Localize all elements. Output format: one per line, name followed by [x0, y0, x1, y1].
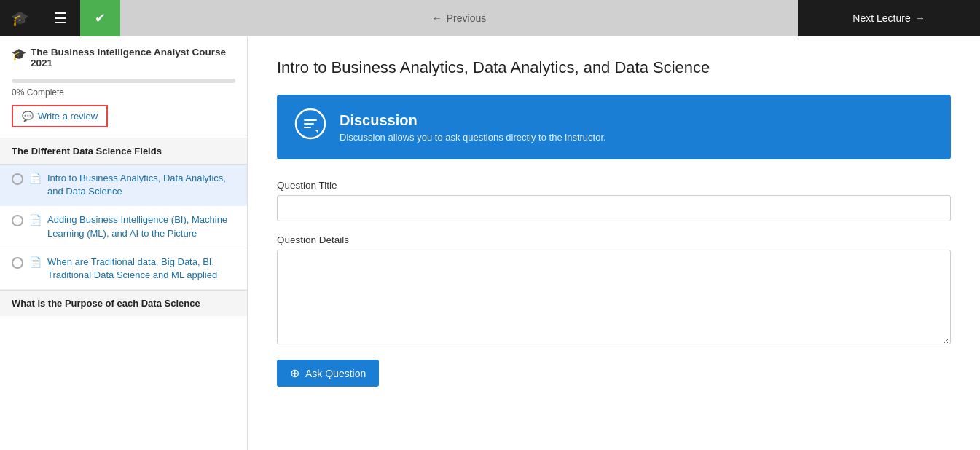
question-details-group: Question Details: [277, 234, 951, 347]
menu-icon: ☰: [54, 9, 67, 27]
previous-label: Previous: [447, 12, 486, 24]
page-title: Intro to Business Analytics, Data Analyt…: [277, 58, 951, 77]
main-layout: 🎓 The Business Intelligence Analyst Cour…: [0, 36, 980, 450]
discussion-banner: Discussion Discussion allows you to ask …: [277, 95, 951, 159]
doc-icon: 📄: [29, 173, 42, 184]
lesson-circle: [12, 257, 23, 269]
course-title: 🎓 The Business Intelligence Analyst Cour…: [0, 36, 247, 76]
cap-icon: 🎓: [12, 47, 26, 61]
lesson-item[interactable]: 📄 When are Traditional data, Big Data, B…: [0, 248, 247, 290]
previous-button[interactable]: ← Previous: [120, 0, 798, 36]
question-details-label: Question Details: [277, 234, 951, 245]
graduation-icon: 🎓: [11, 9, 29, 27]
section-1-header: The Different Data Science Fields: [0, 138, 247, 165]
question-title-group: Question Title: [277, 180, 951, 221]
lesson-circle: [12, 215, 23, 226]
lesson-item[interactable]: 📄 Adding Business Intelligence (BI), Mac…: [0, 206, 247, 248]
progress-text: 0% Complete: [0, 87, 247, 105]
progress-bar: [12, 79, 235, 83]
next-label: Next Lecture: [852, 12, 910, 24]
ask-button-icon: ⊕: [290, 366, 299, 380]
question-title-input[interactable]: [277, 195, 951, 221]
prev-arrow-icon: ←: [432, 12, 442, 24]
main-content: Intro to Business Analytics, Data Analyt…: [248, 36, 980, 450]
write-review-label: Write a review: [38, 111, 98, 122]
ask-question-button[interactable]: ⊕ Ask Question: [277, 360, 379, 387]
logo-button[interactable]: 🎓: [0, 0, 40, 36]
doc-icon: 📄: [29, 214, 42, 226]
lesson-title: Adding Business Intelligence (BI), Machi…: [47, 213, 235, 240]
check-button[interactable]: ✔: [80, 0, 120, 36]
discussion-text: Discussion Discussion allows you to ask …: [340, 112, 606, 143]
section-2-header: What is the Purpose of each Data Science: [0, 290, 247, 316]
next-lecture-button[interactable]: Next Lecture →: [798, 0, 980, 36]
lesson-circle: [12, 173, 23, 185]
lesson-title: Intro to Business Analytics, Data Analyt…: [47, 172, 235, 198]
discussion-title: Discussion: [340, 112, 606, 129]
discussion-description: Discussion allows you to ask questions d…: [340, 132, 606, 143]
next-arrow-icon: →: [915, 12, 925, 24]
discussion-icon: [294, 108, 326, 146]
nav-logo-area: 🎓 ☰: [0, 0, 80, 36]
review-icon: 💬: [22, 111, 34, 122]
menu-button[interactable]: ☰: [40, 0, 80, 36]
question-title-label: Question Title: [277, 180, 951, 191]
question-details-input[interactable]: [277, 250, 951, 344]
ask-button-label: Ask Question: [305, 368, 366, 379]
lesson-item[interactable]: 📄 Intro to Business Analytics, Data Anal…: [0, 165, 247, 206]
write-review-button[interactable]: 💬 Write a review: [12, 105, 108, 127]
sidebar: 🎓 The Business Intelligence Analyst Cour…: [0, 36, 248, 450]
check-icon: ✔: [95, 10, 106, 26]
lesson-title: When are Traditional data, Big Data, BI,…: [47, 256, 235, 282]
doc-icon: 📄: [29, 256, 42, 268]
top-nav: 🎓 ☰ ✔ ← Previous Next Lecture →: [0, 0, 980, 36]
